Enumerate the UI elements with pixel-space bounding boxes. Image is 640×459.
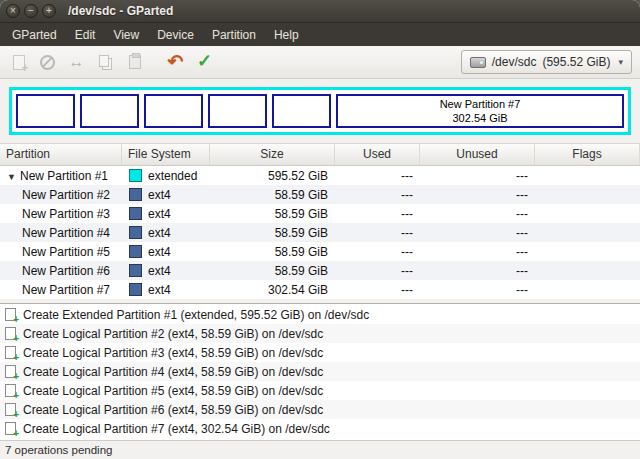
operations-list: Create Extended Partition #1 (extended, … [0, 303, 640, 440]
column-header-file-system[interactable]: File System [122, 144, 210, 165]
size-cell: 58.59 GiB [210, 188, 335, 202]
operation-item: Create Extended Partition #1 (extended, … [0, 305, 640, 324]
operation-item: Create Logical Partition #3 (ext4, 58.59… [0, 343, 640, 362]
size-cell: 302.54 GiB [210, 283, 335, 297]
partition-block-5[interactable] [272, 94, 331, 128]
filesystem-label: extended [148, 169, 197, 183]
filesystem-cell: ext4 [122, 226, 210, 240]
partition-block-1[interactable] [16, 94, 75, 128]
partition-block-label: New Partition #7 [440, 97, 521, 111]
partition-row-3[interactable]: New Partition #3ext458.59 GiB------ [0, 204, 640, 223]
partition-row-6[interactable]: New Partition #6ext458.59 GiB------ [0, 261, 640, 280]
gparted-window: × − + /dev/sdc - GParted GPartedEditView… [0, 0, 640, 459]
undo-icon [168, 54, 184, 71]
filesystem-color-swatch [129, 283, 142, 296]
partition-row-1[interactable]: ▼New Partition #1extended595.52 GiB-----… [0, 166, 640, 185]
menu-help[interactable]: Help [265, 23, 308, 46]
new-partition-icon [5, 327, 16, 340]
column-header-used[interactable]: Used [335, 144, 420, 165]
unused-cell: --- [420, 245, 535, 259]
copy-button[interactable] [91, 49, 120, 76]
partition-name-cell: New Partition #2 [0, 188, 122, 202]
filesystem-color-swatch [129, 226, 142, 239]
operation-text: Create Logical Partition #7 (ext4, 302.5… [23, 422, 330, 436]
unused-cell: --- [420, 188, 535, 202]
filesystem-color-swatch [129, 245, 142, 258]
menu-edit[interactable]: Edit [66, 23, 105, 46]
toolbar-buttons [4, 49, 219, 76]
new-partition-icon [13, 55, 25, 70]
column-header-flags[interactable]: Flags [535, 144, 640, 165]
paste-button[interactable] [120, 49, 149, 76]
device-path: /dev/sdc [492, 55, 537, 69]
unused-cell: --- [420, 283, 535, 297]
used-cell: --- [335, 188, 420, 202]
partition-name: New Partition #2 [22, 188, 110, 202]
size-cell: 58.59 GiB [210, 226, 335, 240]
menu-gparted[interactable]: GParted [3, 23, 66, 46]
unused-cell: --- [420, 207, 535, 221]
partition-row-4[interactable]: New Partition #4ext458.59 GiB------ [0, 223, 640, 242]
menu-device[interactable]: Device [148, 23, 203, 46]
device-selector[interactable]: /dev/sdc (595.52 GiB) ▾ [461, 50, 632, 74]
harddrive-icon [470, 57, 486, 68]
partition-row-2[interactable]: New Partition #2ext458.59 GiB------ [0, 185, 640, 204]
maximize-button[interactable]: + [42, 4, 56, 18]
operation-item: Create Logical Partition #7 (ext4, 302.5… [0, 419, 640, 438]
new-partition-button[interactable] [4, 49, 33, 76]
partition-name-cell: New Partition #3 [0, 207, 122, 221]
titlebar[interactable]: × − + /dev/sdc - GParted [0, 0, 640, 23]
filesystem-cell: ext4 [122, 283, 210, 297]
unused-cell: --- [420, 226, 535, 240]
partition-name-cell: New Partition #5 [0, 245, 122, 259]
new-partition-icon [5, 403, 16, 416]
extended-partition-frame[interactable]: New Partition #7302.54 GiB [9, 87, 631, 135]
used-cell: --- [335, 264, 420, 278]
table-header: PartitionFile SystemSizeUsedUnusedFlags [0, 144, 640, 166]
filesystem-cell: ext4 [122, 188, 210, 202]
expander-icon[interactable]: ▼ [7, 172, 20, 182]
used-cell: --- [335, 169, 420, 183]
filesystem-label: ext4 [148, 245, 171, 259]
chevron-down-icon: ▾ [618, 57, 623, 67]
apply-icon [197, 54, 212, 70]
delete-partition-button[interactable] [33, 49, 62, 76]
partition-row-7[interactable]: New Partition #7ext4302.54 GiB------ [0, 280, 640, 299]
statusbar: 7 operations pending [0, 440, 640, 459]
unused-cell: --- [420, 169, 535, 183]
menu-partition[interactable]: Partition [203, 23, 265, 46]
partition-table: PartitionFile SystemSizeUsedUnusedFlags … [0, 143, 640, 299]
new-partition-icon [5, 365, 16, 378]
partition-name-cell: ▼New Partition #1 [0, 169, 122, 183]
menubar: GPartedEditViewDevicePartitionHelp [0, 23, 640, 46]
menu-view[interactable]: View [104, 23, 148, 46]
partition-block-3[interactable] [144, 94, 203, 128]
partition-block-2[interactable] [80, 94, 139, 128]
window-title: /dev/sdc - GParted [68, 4, 173, 18]
column-header-partition[interactable]: Partition [0, 144, 122, 165]
undo-button[interactable] [161, 49, 190, 76]
partition-name: New Partition #5 [22, 245, 110, 259]
filesystem-label: ext4 [148, 226, 171, 240]
partition-block-4[interactable] [208, 94, 267, 128]
apply-button[interactable] [190, 49, 219, 76]
resize-move-icon [69, 55, 85, 70]
partition-name: New Partition #7 [22, 283, 110, 297]
used-cell: --- [335, 226, 420, 240]
column-header-size[interactable]: Size [210, 144, 335, 165]
filesystem-color-swatch [129, 188, 142, 201]
delete-icon [40, 55, 55, 70]
resize-move-button[interactable] [62, 49, 91, 76]
column-header-unused[interactable]: Unused [420, 144, 535, 165]
operation-item: Create Logical Partition #2 (ext4, 58.59… [0, 324, 640, 343]
filesystem-color-swatch [129, 207, 142, 220]
operation-item: Create Logical Partition #5 (ext4, 58.59… [0, 381, 640, 400]
partition-row-5[interactable]: New Partition #5ext458.59 GiB------ [0, 242, 640, 261]
used-cell: --- [335, 207, 420, 221]
partition-block-6[interactable]: New Partition #7302.54 GiB [336, 94, 624, 128]
minimize-button[interactable]: − [24, 4, 38, 18]
copy-icon [99, 55, 109, 67]
close-button[interactable]: × [6, 4, 20, 18]
operation-text: Create Logical Partition #4 (ext4, 58.59… [23, 365, 323, 379]
device-size: (595.52 GiB) [542, 55, 610, 69]
